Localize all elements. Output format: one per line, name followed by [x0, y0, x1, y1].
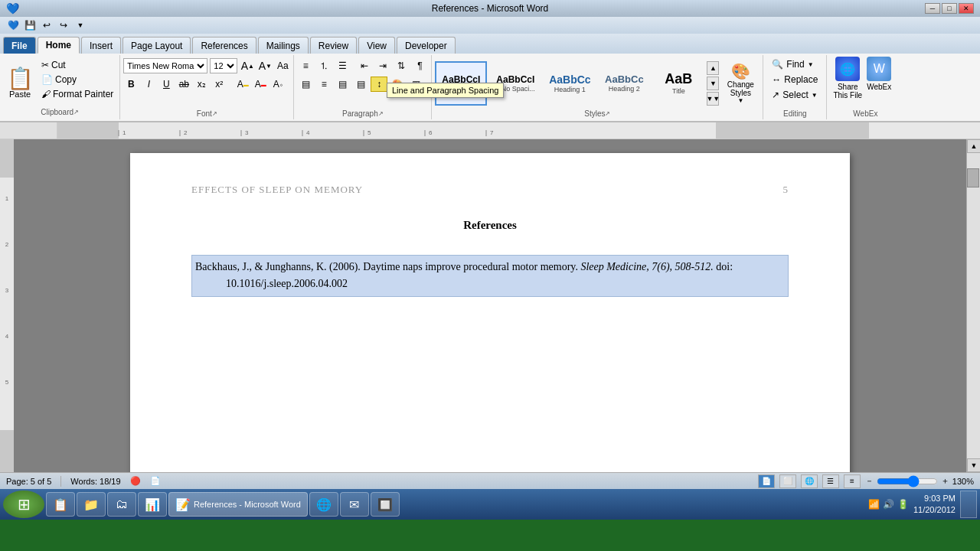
- scroll-track[interactable]: [967, 153, 980, 458]
- developer-tab[interactable]: Developer: [397, 37, 456, 54]
- line-spacing-btn[interactable]: ↕: [371, 77, 387, 92]
- format-painter-button[interactable]: 🖌 Format Painter: [38, 87, 116, 101]
- taskbar-files[interactable]: 📁: [77, 492, 106, 517]
- italic-button[interactable]: I: [141, 77, 156, 92]
- align-right-btn[interactable]: ▤: [334, 77, 351, 92]
- text-effect-btn[interactable]: A⬦: [270, 77, 286, 92]
- select-dropdown[interactable]: ▼: [812, 92, 818, 99]
- clipboard-expand[interactable]: ↗: [74, 109, 79, 116]
- multilevel-btn[interactable]: ☰: [334, 58, 351, 73]
- style-title[interactable]: AaB Title: [652, 61, 704, 106]
- styles-scroll-down[interactable]: ▼: [707, 77, 719, 90]
- view-tab[interactable]: View: [358, 37, 395, 54]
- svg-rect-2: [716, 122, 869, 139]
- redo-btn[interactable]: ↪: [57, 18, 70, 32]
- sort-btn[interactable]: ⇅: [393, 58, 410, 73]
- numbering-btn[interactable]: ⒈: [315, 58, 332, 73]
- styles-more[interactable]: ▼▼: [707, 92, 719, 106]
- mailings-tab[interactable]: Mailings: [258, 37, 309, 54]
- change-styles-button[interactable]: 🎨 ChangeStyles ▼: [721, 59, 760, 107]
- line-spacing-tooltip: Line and Paragraph Spacing: [387, 83, 504, 98]
- paste-button[interactable]: 📋 Paste: [3, 58, 37, 108]
- style-heading1[interactable]: AaBbCc Heading 1: [544, 61, 596, 106]
- font-name-select[interactable]: Times New Roman: [123, 58, 207, 73]
- font-expand[interactable]: ↗: [212, 110, 217, 117]
- copy-button[interactable]: 📄 Copy: [38, 73, 116, 86]
- subscript-button[interactable]: x₂: [194, 77, 209, 92]
- replace-button[interactable]: ↔ Replace: [768, 72, 822, 87]
- references-tab[interactable]: References: [192, 37, 256, 54]
- taskbar: ⊞ 📋 📁 🗂 📊 📝 References - Microsoft Word …: [0, 489, 980, 520]
- text-highlight-btn[interactable]: A▬: [235, 77, 250, 92]
- scroll-down-btn[interactable]: ▼: [967, 458, 980, 472]
- svg-text:3: 3: [5, 287, 9, 294]
- align-left-btn[interactable]: ▤: [297, 77, 314, 92]
- scroll-up-btn[interactable]: ▲: [967, 139, 980, 153]
- paragraph-expand[interactable]: ↗: [378, 110, 384, 117]
- fullscreen-view-btn[interactable]: ⬜: [779, 474, 796, 488]
- page-layout-tab[interactable]: Page Layout: [122, 37, 191, 54]
- styles-expand[interactable]: ↗: [605, 110, 610, 117]
- save-btn[interactable]: 💾: [23, 18, 37, 32]
- align-center-btn[interactable]: ≡: [315, 77, 332, 92]
- webex-group: 🌐 ShareThis File W WebEx WebEx: [827, 55, 903, 119]
- outline-view-btn[interactable]: ☰: [822, 474, 839, 488]
- clear-format-btn[interactable]: Aa: [275, 58, 290, 73]
- words-info: Words: 18/19: [70, 477, 120, 486]
- cut-button[interactable]: ✂ Cut: [38, 58, 116, 72]
- taskbar-app[interactable]: 🔲: [371, 492, 400, 517]
- styles-scroll-up[interactable]: ▲: [707, 61, 719, 75]
- zoom-in-btn[interactable]: ＋: [941, 475, 949, 487]
- maximize-btn[interactable]: □: [942, 3, 957, 14]
- style-heading1-preview: AaBbCc: [549, 73, 590, 86]
- taskbar-ie[interactable]: 🗂: [107, 492, 136, 517]
- style-heading2[interactable]: AaBbCc Heading 2: [598, 61, 650, 106]
- page-header-number: 5: [783, 184, 789, 196]
- bold-button[interactable]: B: [123, 77, 139, 92]
- draft-view-btn[interactable]: ≡: [844, 474, 861, 488]
- undo-btn[interactable]: ↩: [40, 18, 54, 32]
- minimize-btn[interactable]: ─: [925, 3, 940, 14]
- increase-indent-btn[interactable]: ⇥: [374, 58, 391, 73]
- web-view-btn[interactable]: 🌐: [801, 474, 818, 488]
- find-button[interactable]: 🔍 Find ▼: [768, 57, 822, 72]
- find-dropdown[interactable]: ▼: [808, 61, 814, 68]
- document-area[interactable]: EFFECTS OF SLEEP ON MEMORY 5 References …: [14, 139, 966, 472]
- webex-button[interactable]: W WebEx: [867, 57, 891, 109]
- show-desktop-btn[interactable]: [960, 491, 977, 518]
- review-tab[interactable]: Review: [310, 37, 357, 54]
- taskbar-excel[interactable]: 📊: [138, 492, 167, 517]
- justify-btn[interactable]: ▤: [352, 77, 369, 92]
- superscript-button[interactable]: x²: [211, 77, 227, 92]
- font-size-select[interactable]: 12: [210, 58, 237, 73]
- zoom-out-btn[interactable]: －: [865, 475, 874, 487]
- qa-dropdown[interactable]: ▼: [74, 18, 87, 32]
- bullets-btn[interactable]: ≡: [297, 58, 314, 73]
- share-button[interactable]: 🌐 ShareThis File: [833, 57, 862, 109]
- reference-list: Backhaus, J., & Junghanns, K. (2006). Da…: [191, 255, 789, 297]
- taskbar-explorer[interactable]: 📋: [46, 492, 75, 517]
- shrink-font-btn[interactable]: A▼: [257, 58, 273, 73]
- zoom-slider[interactable]: [877, 478, 938, 484]
- ruler-svg: 1 2 3 4 5 6 7: [57, 122, 980, 139]
- scroll-thumb[interactable]: [967, 168, 979, 187]
- taskbar-word[interactable]: 📝 References - Microsoft Word: [168, 492, 308, 517]
- start-button[interactable]: ⊞: [3, 491, 44, 518]
- home-tab[interactable]: Home: [38, 37, 80, 54]
- mail-icon: ✉: [347, 497, 362, 512]
- decrease-indent-btn[interactable]: ⇤: [356, 58, 373, 73]
- underline-button[interactable]: U: [158, 77, 174, 92]
- taskbar-chrome[interactable]: 🌐: [309, 492, 338, 517]
- share-icon: 🌐: [835, 57, 860, 81]
- vertical-scrollbar[interactable]: ▲ ▼: [966, 139, 980, 472]
- select-button[interactable]: ↗ Select ▼: [768, 87, 822, 103]
- grow-font-btn[interactable]: A▲: [240, 58, 255, 73]
- file-tab[interactable]: File: [3, 37, 36, 54]
- insert-tab[interactable]: Insert: [81, 37, 121, 54]
- close-btn[interactable]: ✕: [959, 3, 974, 14]
- taskbar-mail[interactable]: ✉: [340, 492, 369, 517]
- print-view-btn[interactable]: 📄: [758, 474, 775, 488]
- show-marks-btn[interactable]: ¶: [411, 58, 428, 73]
- strikethrough-button[interactable]: ab: [176, 77, 191, 92]
- font-color-btn[interactable]: A▬: [253, 77, 268, 92]
